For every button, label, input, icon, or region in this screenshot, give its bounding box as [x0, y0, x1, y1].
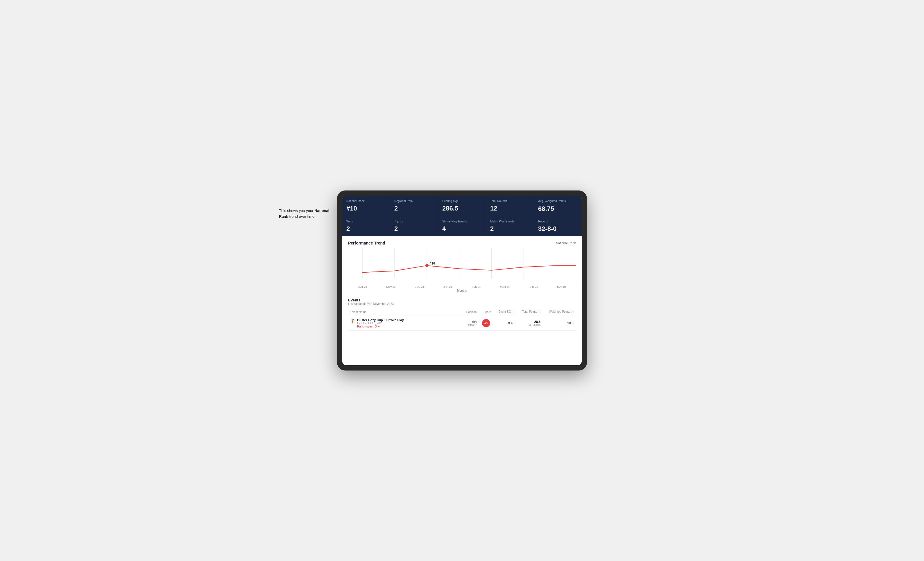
- event-icon: 🏌: [350, 319, 356, 323]
- stat-scoring-avg-value: 286.5: [442, 205, 482, 212]
- stat-record-label: Record: [538, 220, 578, 223]
- stat-top3s-value: 2: [394, 225, 434, 233]
- event-position: 6th out of 7: [462, 316, 479, 331]
- content-area[interactable]: National Rank #10 Regional Rank 2 Scorin…: [342, 196, 582, 365]
- x-label-may24: MAY 24: [548, 286, 576, 288]
- x-label-nov23: NOV 23: [376, 286, 405, 288]
- stat-wins-value: 2: [346, 225, 386, 233]
- event-score: -22: [479, 316, 494, 331]
- x-label-feb24: FEB 24: [462, 286, 490, 288]
- performance-title: Performance Trend: [348, 241, 385, 245]
- event-weighted-points: 28.3: [543, 316, 576, 331]
- stats-grid-row2: Wins 2 Top 3s 2 Stroke Play Events 4 Mat…: [342, 216, 582, 236]
- performance-header: Performance Trend National Rank: [348, 241, 576, 245]
- chart-marker-label: #10: [430, 262, 435, 265]
- stat-total-rounds-value: 12: [490, 205, 530, 212]
- table-row: 🏌 Buster Cozy Cup – Stroke Play Oct 9 - …: [348, 316, 576, 331]
- performance-label: National Rank: [556, 241, 576, 245]
- stat-avg-weighted-points-value: 68.75: [538, 205, 578, 212]
- stat-top3s-label: Top 3s: [394, 220, 434, 223]
- event-sg: 0.45: [494, 316, 517, 331]
- events-table: Event Name Position Score Event SG ⓘ: [348, 308, 576, 331]
- th-weighted-points: Weighted Points ⓘ: [543, 308, 576, 316]
- stat-stroke-play-events: Stroke Play Events 4: [438, 216, 486, 236]
- tablet-screen: National Rank #10 Regional Rank 2 Scorin…: [342, 196, 582, 365]
- stat-regional-rank: Regional Rank 2: [390, 196, 438, 216]
- stat-scoring-avg: Scoring Avg. 286.5: [438, 196, 486, 216]
- stat-top3s: Top 3s 2: [390, 216, 438, 236]
- stat-match-play-events: Match Play Events 2: [486, 216, 534, 236]
- x-label-apr24: APR 24: [519, 286, 548, 288]
- event-name-cell: 🏌 Buster Cozy Cup – Stroke Play Oct 9 - …: [348, 316, 462, 331]
- chart-container: #10: [348, 248, 576, 283]
- stat-regional-rank-label: Regional Rank: [394, 199, 434, 203]
- x-label-jan24: JAN 24: [434, 286, 462, 288]
- stat-stroke-play-events-value: 4: [442, 225, 482, 233]
- event-total-points: 28.3 3 Rounds: [517, 316, 543, 331]
- stat-wins: Wins 2: [342, 216, 390, 236]
- event-date: Oct 9 - Oct 10, 2023: [357, 322, 404, 325]
- th-event-sg: Event SG ⓘ: [494, 308, 517, 316]
- th-event-name: Event Name: [348, 308, 462, 316]
- events-section: Events Last updated: 24th November 2023 …: [342, 295, 582, 331]
- stats-grid-row1: National Rank #10 Regional Rank 2 Scorin…: [342, 196, 582, 216]
- performance-chart: #10: [348, 248, 576, 283]
- tablet-frame: National Rank #10 Regional Rank 2 Scorin…: [337, 190, 587, 371]
- events-title: Events: [348, 298, 576, 302]
- x-label-oct23: OCT 23: [348, 286, 376, 288]
- x-label-mar24: MAR 24: [490, 286, 519, 288]
- events-table-header: Event Name Position Score Event SG ⓘ: [348, 308, 576, 316]
- score-badge: -22: [482, 319, 490, 327]
- stat-record-value: 32-8-0: [538, 225, 578, 233]
- chart-marker: [425, 264, 429, 267]
- th-score: Score: [479, 308, 494, 316]
- stat-match-play-events-value: 2: [490, 225, 530, 233]
- annotation-text: This shows you your National Rank trend …: [279, 208, 334, 219]
- stat-scoring-avg-label: Scoring Avg.: [442, 199, 482, 203]
- stat-national-rank: National Rank #10: [342, 196, 390, 216]
- chart-x-title: Months: [348, 289, 576, 295]
- stat-regional-rank-value: 2: [394, 205, 434, 212]
- th-position: Position: [462, 308, 479, 316]
- event-name-main: Buster Cozy Cup – Stroke Play: [357, 318, 404, 322]
- x-label-dec23: DEC 23: [405, 286, 434, 288]
- stat-national-rank-label: National Rank: [346, 199, 386, 203]
- stat-national-rank-value: #10: [346, 205, 386, 212]
- stat-record: Record 32-8-0: [534, 216, 582, 236]
- stat-avg-weighted-points: Avg. Weighted Points ⓘ 68.75: [534, 196, 582, 216]
- stat-total-rounds-label: Total Rounds: [490, 199, 530, 203]
- chart-x-labels: OCT 23 NOV 23 DEC 23 JAN 24 FEB 24 MAR 2…: [348, 284, 576, 289]
- event-rank-impact: Rank Impact: 3 ▼: [357, 325, 404, 328]
- events-last-updated: Last updated: 24th November 2023: [348, 302, 576, 305]
- th-total-points: Total Points ⓘ: [517, 308, 543, 316]
- stat-avg-weighted-points-label: Avg. Weighted Points ⓘ: [538, 199, 578, 203]
- stat-match-play-events-label: Match Play Events: [490, 220, 530, 223]
- stat-total-rounds: Total Rounds 12: [486, 196, 534, 216]
- stat-wins-label: Wins: [346, 220, 386, 223]
- stat-stroke-play-events-label: Stroke Play Events: [442, 220, 482, 223]
- performance-section: Performance Trend National Rank: [342, 236, 582, 295]
